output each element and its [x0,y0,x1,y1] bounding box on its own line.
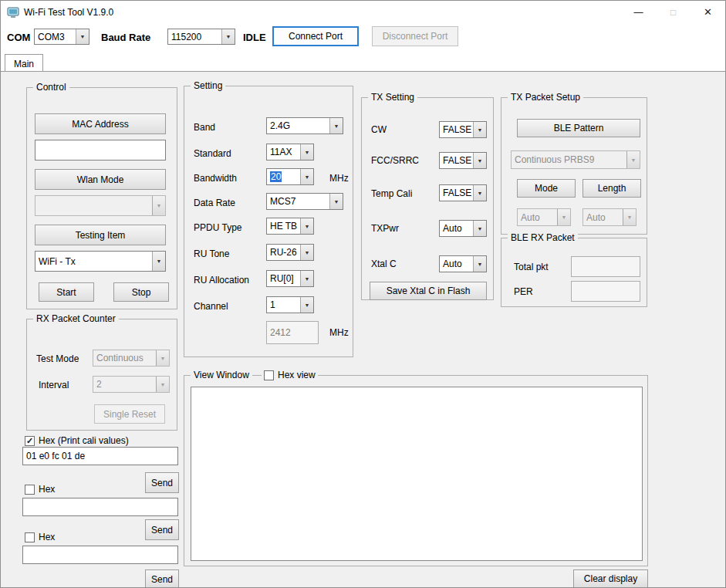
chevron-down-icon: ▼ [152,196,165,215]
ppdu-type-select[interactable]: HE TB ▼ [266,218,314,235]
ble-rx-packet-group: BLE RX Packet Total pkt PER [501,238,647,307]
hex-checkbox-2[interactable]: Hex [25,484,55,495]
com-port-select[interactable]: COM3 ▼ [34,29,89,45]
single-reset-button: Single Reset [94,404,165,424]
stop-button[interactable]: Stop [113,282,169,302]
app-window: Wi-Fi Test Tool V1.9.0 — □ ✕ COM COM3 ▼ … [0,0,726,588]
chevron-down-icon: ▼ [300,271,313,286]
testing-item-button[interactable]: Testing Item [35,225,166,245]
chevron-down-icon: ▼ [557,209,570,225]
channel-select[interactable]: 1 ▼ [266,296,314,313]
chevron-down-icon: ▼ [76,29,89,44]
hex-label-3: Hex [39,532,55,542]
ru-tone-select[interactable]: RU-26 ▼ [266,244,314,261]
frequency-field [266,321,319,344]
txpwr-select[interactable]: Auto ▼ [439,220,487,237]
data-rate-label: Data Rate [194,198,235,208]
ru-allocation-select[interactable]: RU[0] ▼ [266,270,314,287]
fcc-srrc-label: FCC/SRRC [371,155,419,166]
temp-cali-label: Temp Cali [371,188,412,199]
clear-display-button[interactable]: Clear display [573,569,648,588]
window-title: Wi-Fi Test Tool V1.9.0 [24,7,621,18]
status-text: IDLE [243,32,266,43]
control-group-title: Control [33,82,69,93]
chevron-down-icon: ▼ [152,252,165,271]
hex-cali-checkbox[interactable]: ✓ Hex (Print cali values) [25,435,129,446]
ble-rx-packet-title: BLE RX Packet [508,232,578,243]
hex-checkbox-3[interactable]: Hex [25,532,55,542]
band-select[interactable]: 2.4G ▼ [266,117,343,134]
send-input-3[interactable] [22,546,178,564]
send-input-2[interactable] [22,498,178,516]
bandwidth-mhz-label: MHz [329,173,349,184]
chevron-down-icon: ▼ [473,153,486,168]
tx-setting-title: TX Setting [368,92,417,103]
chevron-down-icon: ▼ [626,151,640,168]
view-window-group: View Window Hex view [184,375,648,566]
checkbox-unchecked-icon [25,532,35,542]
data-rate-select[interactable]: MCS7 ▼ [266,193,343,210]
chevron-down-icon: ▼ [473,185,486,201]
hex-cali-label: Hex (Print cali values) [39,435,129,446]
close-button[interactable]: ✕ [691,1,725,23]
tab-strip: Main [1,51,725,72]
length-button[interactable]: Length [582,179,641,198]
setting-group-title: Setting [191,80,225,91]
rx-packet-counter-group: RX Packet Counter Test Mode Continuous ▼… [26,319,177,431]
rx-packet-counter-title: RX Packet Counter [33,313,119,324]
wlan-mode-button[interactable]: Wlan Mode [35,169,166,190]
ble-pattern-button[interactable]: BLE Pattern [517,119,640,137]
connect-port-button[interactable]: Connect Port [272,26,359,46]
tx-setting-group: TX Setting CW FALSE ▼ FCC/SRRC FALSE ▼ T… [361,97,494,300]
standard-label: Standard [194,148,231,159]
interval-label: Interval [39,380,69,390]
fcc-srrc-select[interactable]: FALSE ▼ [439,152,487,169]
title-bar: Wi-Fi Test Tool V1.9.0 — □ ✕ [1,1,725,23]
view-window-title: View Window [191,370,252,380]
maximize-button[interactable]: □ [656,1,691,23]
standard-select[interactable]: 11AX ▼ [266,144,314,161]
cw-select[interactable]: FALSE ▼ [439,121,487,138]
baud-rate-label: Baud Rate [101,32,150,43]
checkbox-unchecked-icon [264,370,274,380]
send-input-1[interactable] [22,447,178,465]
bandwidth-label: Bandwidth [194,173,237,184]
chevron-down-icon: ▼ [300,144,313,160]
temp-cali-select[interactable]: FALSE ▼ [439,184,487,201]
per-label: PER [514,286,533,297]
selected-text: 20 [270,171,282,182]
testing-item-select[interactable]: WiFi - Tx ▼ [35,251,166,272]
mac-address-button[interactable]: MAC Address [35,113,166,134]
per-field [571,281,640,302]
save-xtal-button[interactable]: Save Xtal C in Flash [370,282,487,300]
mac-address-input[interactable] [35,140,166,161]
ru-allocation-label: RU Allocation [194,275,249,286]
checkbox-unchecked-icon [25,485,35,495]
wlan-mode-select: ▼ [35,195,166,216]
control-group: Control MAC Address Wlan Mode ▼ Testing … [26,87,177,309]
setting-group: Setting Band 2.4G ▼ Standard 11AX ▼ Band… [184,86,353,357]
test-mode-label: Test Mode [36,353,79,364]
send-button-3[interactable]: Send [145,569,179,588]
baud-rate-select[interactable]: 115200 ▼ [167,29,235,45]
chevron-down-icon: ▼ [329,118,343,133]
band-label: Band [194,122,215,133]
com-label: COM [7,32,30,43]
chevron-down-icon: ▼ [473,122,486,137]
send-button-2[interactable]: Send [145,519,179,540]
tab-main[interactable]: Main [5,54,43,73]
interval-select: 2 ▼ [93,376,170,393]
mode-button[interactable]: Mode [517,179,576,198]
hex-view-checkbox[interactable]: Hex view [262,370,318,380]
view-window-output[interactable] [191,387,643,561]
chevron-down-icon: ▼ [473,221,486,236]
minimize-button[interactable]: — [621,1,656,23]
xtal-c-select[interactable]: Auto ▼ [439,255,487,272]
start-button[interactable]: Start [39,282,94,302]
ppdu-type-label: PPDU Type [194,222,241,233]
chevron-down-icon: ▼ [329,194,343,209]
frequency-mhz-label: MHz [329,327,349,338]
ru-tone-label: RU Tone [194,248,229,259]
bandwidth-select[interactable]: 20 ▼ [266,168,314,185]
send-button-1[interactable]: Send [145,472,179,493]
